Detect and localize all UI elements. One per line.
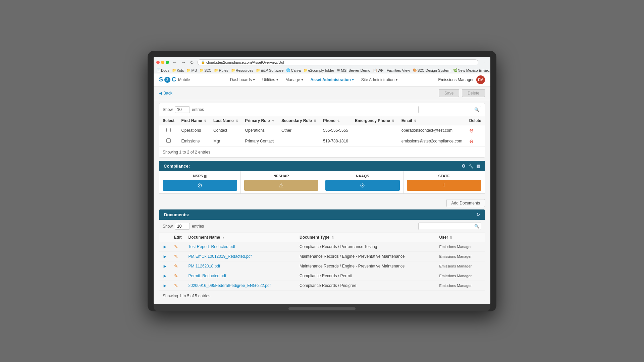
compliance-bar-nsps[interactable]: ⊘ bbox=[163, 180, 237, 191]
add-documents-button[interactable]: Add Documents bbox=[446, 199, 485, 207]
bookmark-s2cdesign[interactable]: 🎨 S2C Design System bbox=[413, 68, 450, 72]
col-primary-role[interactable]: Primary Role ▼ bbox=[241, 116, 278, 125]
bookmark-e2comply[interactable]: 📁 e2comply folder bbox=[304, 68, 334, 72]
documents-title: Documents: bbox=[164, 212, 189, 217]
doc-name-sort-icon: ▼ bbox=[222, 236, 225, 239]
nav-site-admin[interactable]: Site Administration ▼ bbox=[361, 77, 398, 82]
delete-button[interactable]: Delete bbox=[462, 89, 485, 97]
cell-phone: 555-555-5555 bbox=[320, 125, 352, 136]
doc-link[interactable]: 20200916_095FederalPedigree_ENG-222.pdf bbox=[189, 283, 271, 288]
bookmark-canva[interactable]: 🌐 Carva bbox=[286, 68, 301, 72]
documents-refresh-icon[interactable]: ↻ bbox=[476, 212, 480, 217]
doc-link[interactable]: Test Report_Redacted.pdf bbox=[189, 244, 235, 249]
nav-asset-admin[interactable]: Asset Administration ▼ bbox=[311, 77, 355, 82]
col-phone[interactable]: Phone ⇅ bbox=[320, 116, 352, 125]
bookmark-s2c[interactable]: 📁 S2C bbox=[200, 68, 211, 72]
docs-search-input[interactable] bbox=[418, 223, 481, 230]
doc-expand-icon[interactable]: ► bbox=[163, 254, 167, 259]
back-button[interactable]: ◀ Back bbox=[159, 91, 172, 96]
dashboards-dropdown-icon: ▼ bbox=[253, 78, 256, 81]
doc-edit-icon[interactable]: ✎ bbox=[174, 263, 178, 269]
nav-utilities[interactable]: Utilities ▼ bbox=[262, 77, 279, 82]
bookmark-epsoft[interactable]: 📁 E&P Software bbox=[256, 68, 283, 72]
compliance-bar-neshap[interactable]: ⚠ bbox=[244, 180, 319, 191]
bookmarks-bar: 📄 Docs 📁 Kids 📁 MB 📁 S2C 📁 Rules 📁 Resou… bbox=[154, 68, 490, 73]
col-select: Select bbox=[159, 116, 178, 125]
app-navigation: S 2 C Mobile Dashboards ▼ Utilities ▼ Ma… bbox=[154, 73, 490, 86]
logo-mobile: Mobile bbox=[178, 77, 190, 82]
forward-nav-icon[interactable]: → bbox=[180, 59, 187, 66]
compliance-label-neshap: NESHAP bbox=[244, 174, 319, 178]
back-nav-icon[interactable]: ← bbox=[171, 59, 178, 66]
contacts-search-input[interactable] bbox=[418, 106, 481, 113]
bookmark-mb[interactable]: 📁 MB bbox=[186, 68, 197, 72]
doc-edit-icon[interactable]: ✎ bbox=[174, 254, 178, 259]
doc-expand-icon[interactable]: ► bbox=[163, 244, 167, 249]
col-emergency-phone[interactable]: Emergency Phone ⇅ bbox=[352, 116, 398, 125]
entries-input[interactable] bbox=[175, 106, 190, 113]
save-button[interactable]: Save bbox=[439, 89, 459, 97]
address-bar[interactable]: 🔒 cloud.step2compliance.com/AssetOvervie… bbox=[197, 59, 478, 65]
col-first-name[interactable]: First Name ⇅ bbox=[178, 116, 210, 125]
doc-expand-icon[interactable]: ► bbox=[163, 283, 167, 288]
compliance-tool-icon[interactable]: 🔧 bbox=[468, 164, 474, 169]
cell-phone: 519-788-1816 bbox=[320, 136, 352, 146]
delete-row-icon[interactable]: ⊖ bbox=[469, 138, 474, 144]
user-avatar[interactable]: EM bbox=[476, 75, 485, 84]
docs-search-wrap: 🔍 bbox=[418, 223, 481, 230]
compliance-bar-naaqs[interactable]: ⊘ bbox=[325, 180, 400, 191]
row-checkbox[interactable] bbox=[166, 128, 171, 132]
doc-name-cell: Test Report_Redacted.pdf bbox=[185, 242, 297, 251]
bookmark-docs[interactable]: 📄 Docs bbox=[156, 68, 169, 72]
doc-link[interactable]: PM.EmCk 10012019_Redacted.pdf bbox=[189, 254, 252, 259]
compliance-col-nsps: NSPS ||| ⊘ bbox=[159, 171, 241, 193]
doc-expand-icon[interactable]: ► bbox=[163, 273, 167, 279]
col-email[interactable]: Email ⇅ bbox=[398, 116, 466, 125]
user-sort-icon: ⇅ bbox=[450, 236, 452, 239]
contacts-table-footer: Showing 1 to 2 of 2 entries bbox=[159, 147, 485, 157]
doc-link[interactable]: PM 11262018.pdf bbox=[189, 264, 220, 268]
col-last-name[interactable]: Last Name ⇅ bbox=[210, 116, 241, 125]
row-checkbox-cell bbox=[159, 136, 178, 146]
docs-entries-label: entries bbox=[192, 224, 204, 229]
nav-right: Emissions Manager EM bbox=[438, 75, 485, 84]
nav-dashboards[interactable]: Dashboards ▼ bbox=[230, 77, 256, 82]
col-doc-type[interactable]: Document Type ⇅ bbox=[296, 233, 436, 242]
doc-edit-cell: ✎ bbox=[171, 261, 185, 271]
row-checkbox[interactable] bbox=[166, 138, 171, 143]
delete-row-icon[interactable]: ⊖ bbox=[469, 128, 474, 133]
docs-entries-input[interactable] bbox=[175, 223, 190, 230]
compliance-grid-icon[interactable]: ▦ bbox=[476, 164, 480, 169]
emergency-sort-icon: ⇅ bbox=[392, 119, 394, 123]
bookmark-msi[interactable]: 🖥 MSI Server Demo bbox=[337, 68, 370, 72]
col-doc-name[interactable]: Document Name ▼ bbox=[185, 233, 297, 242]
cell-delete: ⊖ bbox=[466, 136, 485, 146]
doc-user-cell: Emissions Manager bbox=[436, 281, 485, 290]
doc-type-sort-icon: ⇅ bbox=[331, 236, 334, 239]
doc-link[interactable]: Permit_Redacted.pdf bbox=[189, 274, 226, 278]
docs-show-entries: Show entries bbox=[163, 223, 204, 230]
nav-manage[interactable]: Manage ▼ bbox=[285, 77, 304, 82]
compliance-bar-state[interactable]: ! bbox=[407, 180, 482, 191]
bookmark-kids[interactable]: 📁 Kids bbox=[172, 68, 184, 72]
col-user[interactable]: User ⇅ bbox=[436, 233, 485, 242]
doc-edit-icon[interactable]: ✎ bbox=[174, 283, 178, 288]
doc-edit-icon[interactable]: ✎ bbox=[174, 273, 178, 279]
bookmark-nm[interactable]: 🌿 New Mexico Enviro... bbox=[453, 68, 490, 72]
cell-email: emissions@step2compliance.com bbox=[398, 136, 466, 146]
compliance-gear-icon[interactable]: ⚙ bbox=[462, 164, 466, 169]
doc-name-cell: 20200916_095FederalPedigree_ENG-222.pdf bbox=[185, 281, 297, 290]
extensions-icon[interactable]: ⋮ bbox=[480, 59, 488, 66]
page-header: ◀ Back Save Delete bbox=[154, 86, 490, 100]
doc-user-cell: Emissions Manager bbox=[436, 271, 485, 281]
col-secondary-role[interactable]: Secondary Role ⇅ bbox=[278, 116, 320, 125]
bookmark-resources[interactable]: 📁 Resources bbox=[231, 68, 254, 72]
bookmark-rules[interactable]: 📁 Rules bbox=[214, 68, 228, 72]
doc-expand-icon[interactable]: ► bbox=[163, 263, 167, 269]
email-sort-icon: ⇅ bbox=[414, 119, 417, 123]
doc-edit-icon[interactable]: ✎ bbox=[174, 244, 178, 249]
col-edit: Edit bbox=[171, 233, 185, 242]
bookmark-wf[interactable]: 📋 WF - Facilities View bbox=[373, 68, 410, 72]
docs-search-icon: 🔍 bbox=[474, 224, 479, 229]
refresh-icon[interactable]: ↻ bbox=[189, 59, 195, 66]
